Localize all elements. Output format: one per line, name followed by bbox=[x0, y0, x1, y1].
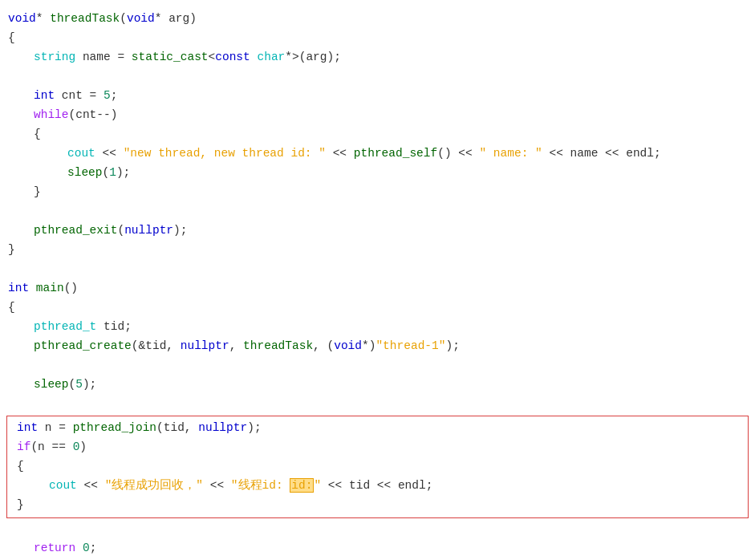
code-line-8: cout << "new thread, new thread id: " <<… bbox=[0, 144, 755, 164]
code-line-28: return 0; bbox=[0, 539, 755, 558]
code-line-10: } bbox=[0, 183, 755, 202]
code-line-4 bbox=[0, 67, 755, 87]
code-line-9: sleep(1); bbox=[0, 164, 755, 183]
code-line-5: int cnt = 5; bbox=[0, 87, 755, 106]
code-line-1: void* threadTask(void* arg) bbox=[0, 10, 755, 29]
code-line-21 bbox=[0, 395, 755, 414]
highlighted-code-block: int n = pthread_join(tid, nullptr); if(n… bbox=[6, 416, 749, 518]
code-line-15: int main() bbox=[0, 279, 755, 298]
highlighted-line-2: if(n == 0) bbox=[14, 438, 741, 457]
code-line-3: string name = static_cast<const char*>(a… bbox=[0, 48, 755, 67]
code-line-27 bbox=[0, 520, 755, 539]
code-line-6: while(cnt--) bbox=[0, 106, 755, 125]
highlighted-line-1: int n = pthread_join(tid, nullptr); bbox=[14, 419, 741, 438]
code-line-13: } bbox=[0, 241, 755, 260]
code-editor: void* threadTask(void* arg) { string nam… bbox=[0, 0, 755, 560]
code-line-16: { bbox=[0, 298, 755, 318]
code-line-14 bbox=[0, 260, 755, 279]
highlighted-line-5: } bbox=[14, 496, 741, 515]
highlighted-line-3: { bbox=[14, 457, 741, 477]
code-line-7: { bbox=[0, 125, 755, 144]
code-line-12: pthread_exit(nullptr); bbox=[0, 221, 755, 241]
code-line-2: { bbox=[0, 29, 755, 48]
code-line-11 bbox=[0, 202, 755, 221]
code-line-18: pthread_create(&tid, nullptr, threadTask… bbox=[0, 337, 755, 356]
code-line-19 bbox=[0, 356, 755, 375]
code-line-17: pthread_t tid; bbox=[0, 318, 755, 337]
highlighted-line-4: cout << "线程成功回收，" << "线程id: id:" << tid … bbox=[14, 477, 741, 496]
code-line-20: sleep(5); bbox=[0, 375, 755, 395]
